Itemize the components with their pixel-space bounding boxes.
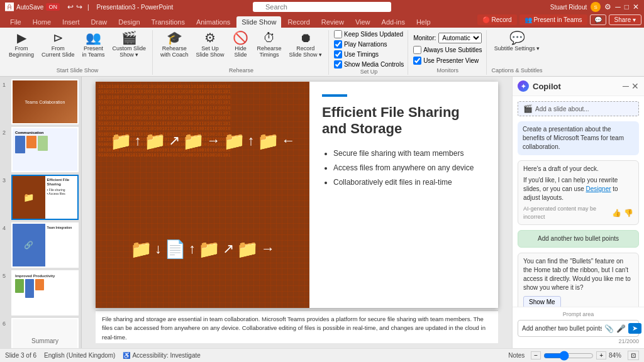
record-button[interactable]: 🔴 Record [477, 14, 517, 25]
from-current-btn[interactable]: ⊳ FromCurrent Slide [39, 30, 77, 59]
status-right: Notes − + 84% ⊡ [508, 351, 639, 361]
use-presenter-view-row[interactable]: Use Presenter View [413, 57, 479, 65]
keep-slides-updated-checkbox[interactable] [334, 30, 342, 38]
mic-btn[interactable]: 🎤 [616, 324, 626, 333]
autosave-badge[interactable]: ON [46, 3, 60, 11]
copilot-minimize-btn[interactable]: ─ [623, 81, 629, 91]
custom-show-icon: 🎬 [121, 31, 137, 44]
slide-area: 1011010010110100101101001011010010110100… [82, 77, 512, 348]
add-slide-btn[interactable]: 🎬 Add a slide about... [518, 101, 639, 116]
attach-btn[interactable]: 📎 [604, 324, 614, 333]
slide-thumb-5[interactable]: Improved Productivity [11, 270, 79, 315]
tab-file[interactable]: File [5, 16, 26, 28]
app-logo: 🅰 [5, 2, 14, 12]
slide-bullet-2: Access files from anywhere on any device [333, 162, 486, 174]
record-slide-show-btn[interactable]: ⏺ RecordSlide Show ▾ [287, 30, 325, 59]
maximize-button[interactable]: □ [625, 3, 629, 11]
slide-thumb-1[interactable]: Teams Collaboration [11, 79, 79, 124]
slide-thumb-2[interactable]: Communication [11, 127, 79, 172]
rehearse-coach-icon: 🎓 [167, 31, 182, 44]
from-current-icon: ⊳ [53, 31, 64, 44]
setup-slideshow-btn[interactable]: ⚙ Set UpSlide Show [194, 30, 227, 59]
tab-home[interactable]: Home [28, 16, 56, 28]
add-bullet-points-action[interactable]: Add another two bullet points [518, 230, 639, 248]
file-name: Presentation3 - PowerPoint [96, 4, 173, 11]
slide-accent-bar [322, 94, 347, 97]
from-beginning-btn[interactable]: ▶ FromBeginning [6, 30, 36, 59]
close-button[interactable]: ✕ [633, 3, 639, 11]
tab-help[interactable]: Help [411, 16, 436, 28]
redo-icon[interactable]: ↪ [76, 3, 82, 11]
user-name: Stuart Ridout [550, 4, 587, 11]
language-indicator[interactable]: English (United Kingdom) [44, 352, 115, 359]
settings-icon[interactable]: ⚙ [604, 3, 611, 11]
custom-slide-show-btn[interactable]: 🎬 Custom SlideShow ▾ [109, 30, 148, 59]
monitor-select[interactable]: Automatic [438, 33, 482, 43]
copilot-input-actions: 📎 🎤 ➤ [604, 323, 641, 334]
send-btn[interactable]: ➤ [628, 323, 641, 334]
tab-draw[interactable]: Draw [86, 16, 113, 28]
always-use-subtitles-row[interactable]: Always Use Subtitles [413, 46, 482, 54]
copilot-close-btn[interactable]: ✕ [631, 81, 639, 91]
rehearse-coach-btn[interactable]: 🎓 Rehearsewith Coach [158, 30, 191, 59]
undo-icon[interactable]: ↩ [67, 3, 74, 11]
use-timings-checkbox-row[interactable]: Use Timings [334, 50, 379, 58]
hide-slide-btn[interactable]: 🚫 HideSlide [230, 30, 252, 59]
accessibility-indicator[interactable]: ♿ Accessibility: Investigate [123, 352, 200, 359]
zoom-out-btn[interactable]: − [531, 351, 541, 359]
fit-slide-btn[interactable]: ⊡ [628, 351, 639, 360]
thumbs-down-btn-1[interactable]: 👎 [624, 209, 633, 217]
always-use-subtitles-checkbox[interactable] [413, 46, 421, 54]
copilot-messages: 🎬 Add a slide about... Create a presenta… [513, 96, 644, 307]
copilot-input-area: 📎 🎤 ➤ [518, 320, 639, 337]
setup-label: Set Up [360, 69, 378, 76]
zoom-in-btn[interactable]: + [596, 351, 606, 359]
search-input[interactable] [253, 2, 391, 12]
use-timings-checkbox[interactable] [334, 50, 342, 58]
minimize-button[interactable]: ─ [615, 3, 621, 11]
notes-area[interactable]: File sharing and storage are essential i… [96, 310, 498, 343]
slide-thumb-container-5: 5 Improved Productivity [3, 270, 79, 315]
captions-label: Captions & Subtitles [492, 67, 543, 75]
share-button[interactable]: Share ▾ [609, 14, 641, 25]
slide-thumb-3[interactable]: 📁 Efficient File Sharing • File sharing … [11, 175, 79, 220]
slide-num-2: 2 [3, 129, 9, 136]
tab-insert[interactable]: Insert [57, 16, 85, 28]
copilot-input[interactable] [522, 325, 602, 332]
present-in-teams-button[interactable]: 👥 Present in Teams [519, 14, 587, 25]
use-presenter-view-checkbox[interactable] [413, 57, 421, 65]
zoom-bar: − + 84% [531, 351, 621, 361]
slide-thumb-6[interactable]: Summary [11, 318, 79, 348]
rehearse-timings-btn[interactable]: ⏱ RehearseTimings [255, 30, 284, 59]
user-avatar[interactable]: S [591, 2, 601, 12]
subtitle-settings-btn[interactable]: 💬 Subtitle Settings ▾ [492, 30, 543, 53]
tab-record[interactable]: Record [282, 16, 314, 28]
copilot-header: ✦ Copilot ─ ✕ [513, 77, 644, 96]
designer-link[interactable]: Designer [586, 185, 611, 192]
slide-container[interactable]: 1011010010110100101101001011010010110100… [96, 82, 498, 308]
slide-num-6: 6 [3, 321, 9, 327]
monitors-label: Monitors [437, 67, 459, 75]
tab-animations[interactable]: Animations [191, 16, 235, 28]
setup-icon: ⚙ [204, 31, 216, 44]
slide-thumb-4[interactable]: 🔗 Team Integration [11, 222, 79, 268]
tab-transitions[interactable]: Transitions [147, 16, 190, 28]
tab-review[interactable]: Review [316, 16, 349, 28]
quick-access: | [87, 4, 89, 11]
rehearse-label: Rehearse [229, 67, 253, 75]
show-me-btn[interactable]: Show Me [523, 296, 561, 307]
thumbs-up-btn-1[interactable]: 👍 [612, 209, 621, 217]
play-narrations-checkbox-row[interactable]: Play Narrations [334, 40, 387, 48]
tab-slideshow[interactable]: Slide Show [236, 16, 281, 28]
show-media-controls-checkbox-row[interactable]: Show Media Controls [334, 60, 404, 69]
comments-button[interactable]: 💬 [590, 14, 606, 25]
notes-btn[interactable]: Notes [508, 352, 525, 359]
tab-design[interactable]: Design [113, 16, 145, 28]
play-narrations-checkbox[interactable] [334, 40, 342, 48]
keep-slides-updated-checkbox-row[interactable]: Keep Slides Updated [334, 30, 403, 38]
tab-addins[interactable]: Add-ins [377, 16, 410, 28]
present-in-teams-ribbon-btn[interactable]: 👥 Presentin Teams [80, 30, 108, 59]
tab-view[interactable]: View [350, 16, 375, 28]
zoom-slider[interactable] [543, 351, 594, 361]
show-media-controls-checkbox[interactable] [334, 60, 342, 69]
